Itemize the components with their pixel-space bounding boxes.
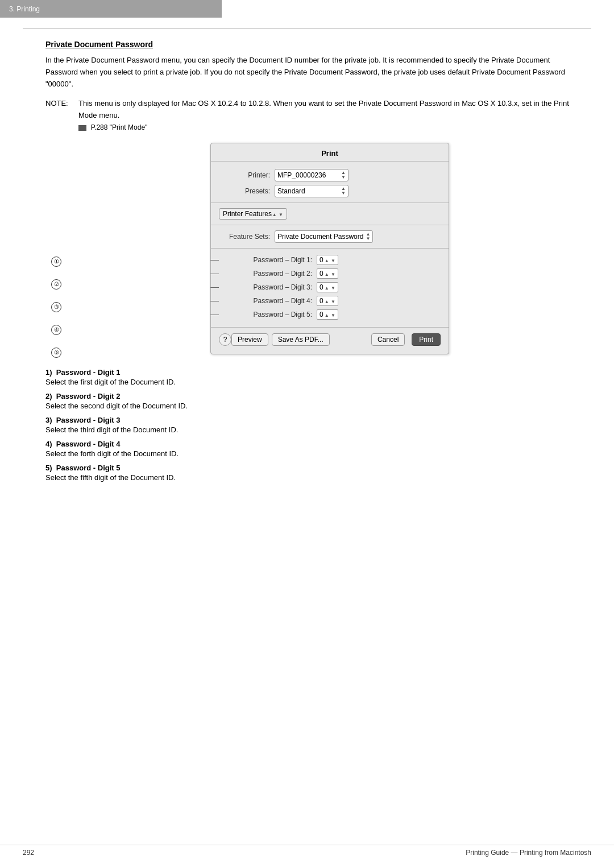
list-item-3: 3) Password - Digit 3 Select the third d… (45, 416, 580, 434)
help-button[interactable]: ? (219, 333, 231, 346)
list-item-1: 1) Password - Digit 1 Select the first d… (45, 368, 580, 386)
note-text: This menu is only displayed for Mac OS X… (78, 99, 569, 119)
digit-2-stepper[interactable]: ▲ ▼ (325, 270, 335, 278)
circle-1: ① (51, 257, 61, 267)
printer-row: Printer: MFP_00000236 ▲ ▼ (211, 167, 449, 183)
dialog-buttons: ? Preview Save As PDF... Cancel Print (211, 327, 449, 348)
page-number: 292 (23, 849, 34, 857)
digit-2-label: Password – Digit 2: (227, 270, 312, 278)
note-content: This menu is only displayed for Mac OS X… (78, 98, 580, 133)
features-stepper[interactable]: ▲ ▼ (272, 210, 283, 218)
feature-sets-value: Private Document Password (277, 233, 363, 241)
item-4-desc: Select the forth digit of the Document I… (45, 449, 580, 458)
dialog-divider-3 (211, 248, 449, 249)
digit-1-stepper[interactable]: ▲ ▼ (325, 256, 335, 264)
circle-2: ② (51, 279, 61, 290)
item-1-desc: Select the first digit of the Document I… (45, 378, 580, 386)
circle-3: ③ (51, 302, 61, 312)
digit-3-input[interactable]: 0 ▲ ▼ (317, 282, 338, 292)
item-3-title: 3) Password - Digit 3 (45, 416, 580, 424)
digit-row-2: Password – Digit 2: 0 ▲ ▼ (219, 267, 441, 280)
digit-5-value: 0 (320, 311, 323, 319)
digit-5-stepper[interactable]: ▲ ▼ (325, 311, 335, 319)
item-2-title: 2) Password - Digit 2 (45, 392, 580, 400)
list-item-5: 5) Password - Digit 5 Select the fifth d… (45, 464, 580, 482)
features-label: Printer Features (223, 210, 272, 218)
feature-sets-label: Feature Sets: (219, 233, 270, 241)
presets-stepper[interactable]: ▲ ▼ (341, 187, 346, 196)
note-icon (78, 125, 86, 131)
item-5-title: 5) Password - Digit 5 (45, 464, 580, 472)
dialog-divider-2 (211, 225, 449, 225)
breadcrumb-bar: 3. Printing (0, 0, 222, 18)
save-as-pdf-button[interactable]: Save As PDF... (272, 333, 330, 346)
digit-4-stepper[interactable]: ▲ ▼ (325, 297, 335, 305)
digit-rows: Password – Digit 1: 0 ▲ ▼ Password – Dig… (211, 252, 449, 323)
dialog-title: Print (211, 149, 449, 162)
circle-4: ④ (51, 325, 61, 335)
presets-label: Presets: (219, 187, 270, 195)
digit-5-input[interactable]: 0 ▲ ▼ (317, 309, 338, 320)
section-title: Private Document Password (45, 40, 580, 49)
digit-4-label: Password – Digit 4: (227, 297, 312, 305)
digit-row-5: Password – Digit 5: 0 ▲ ▼ (219, 308, 441, 321)
digit-5-label: Password – Digit 5: (227, 311, 312, 319)
stepper-down[interactable]: ▼ (341, 175, 346, 180)
cancel-button[interactable]: Cancel (371, 333, 405, 346)
item-4-title: 4) Password - Digit 4 (45, 440, 580, 448)
feature-sets-stepper[interactable]: ▲ ▼ (366, 232, 370, 241)
print-button[interactable]: Print (412, 333, 441, 346)
features-row: Printer Features ▲ ▼ (211, 206, 449, 221)
digit-3-value: 0 (320, 283, 323, 291)
item-1-title: 1) Password - Digit 1 (45, 368, 580, 377)
digit-1-label: Password – Digit 1: (227, 256, 312, 264)
note-block: NOTE: This menu is only displayed for Ma… (45, 98, 580, 133)
main-content: Private Document Password In the Private… (0, 28, 614, 510)
presets-row: Presets: Standard ▲ ▼ (211, 183, 449, 199)
note-label: NOTE: (45, 98, 73, 133)
printer-label: Printer: (219, 171, 270, 179)
dialog-divider-1 (211, 202, 449, 203)
digit-1-input[interactable]: 0 ▲ ▼ (317, 255, 338, 265)
digit-row-4: Password – Digit 4: 0 ▲ ▼ (219, 294, 441, 308)
features-select[interactable]: Printer Features ▲ ▼ (219, 208, 287, 220)
digit-row-3: Password – Digit 3: 0 ▲ ▼ (219, 280, 441, 294)
note-link: P.288 "Print Mode" (91, 123, 148, 131)
presets-value: Standard (277, 187, 305, 195)
printer-stepper[interactable]: ▲ ▼ (341, 171, 346, 180)
stepper-down[interactable]: ▼ (341, 191, 346, 196)
feature-sets-row: Feature Sets: Private Document Password … (211, 229, 449, 245)
digit-row-1: Password – Digit 1: 0 ▲ ▼ (219, 253, 441, 267)
item-2-desc: Select the second digit of the Document … (45, 402, 580, 410)
digit-2-input[interactable]: 0 ▲ ▼ (317, 268, 338, 279)
digit-2-value: 0 (320, 270, 323, 278)
page-footer: 292 Printing Guide — Printing from Macin… (0, 845, 614, 857)
body-text: In the Private Document Password menu, y… (45, 55, 580, 90)
item-3-desc: Select the third digit of the Document I… (45, 425, 580, 434)
print-dialog: Print Printer: MFP_00000236 ▲ ▼ Presets:… (210, 143, 449, 354)
digit-4-input[interactable]: 0 ▲ ▼ (317, 296, 338, 306)
preview-button[interactable]: Preview (231, 333, 268, 346)
footer-right-text: Printing Guide — Printing from Macintosh (466, 849, 591, 857)
breadcrumb-text: 3. Printing (9, 5, 40, 13)
circle-5: ⑤ (51, 348, 61, 358)
list-item-4: 4) Password - Digit 4 Select the forth d… (45, 440, 580, 458)
printer-select[interactable]: MFP_00000236 ▲ ▼ (275, 169, 349, 181)
item-5-desc: Select the fifth digit of the Document I… (45, 473, 580, 482)
list-item-2: 2) Password - Digit 2 Select the second … (45, 392, 580, 410)
presets-select[interactable]: Standard ▲ ▼ (275, 185, 349, 197)
digit-3-label: Password – Digit 3: (227, 283, 312, 291)
digit-3-stepper[interactable]: ▲ ▼ (325, 283, 335, 291)
items-list: 1) Password - Digit 1 Select the first d… (45, 368, 580, 482)
feature-sets-select[interactable]: Private Document Password ▲ ▼ (275, 230, 373, 243)
digit-4-value: 0 (320, 297, 323, 305)
printer-value: MFP_00000236 (277, 171, 326, 179)
digit-1-value: 0 (320, 256, 323, 264)
